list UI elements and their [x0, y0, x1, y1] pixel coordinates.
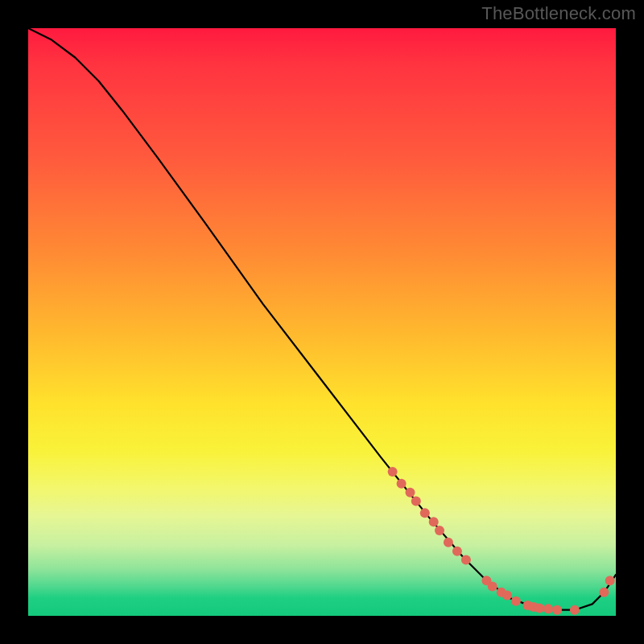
scatter-dot [599, 588, 609, 597]
plot-area [28, 28, 616, 616]
scatter-dot [452, 547, 462, 556]
scatter-dot [444, 538, 453, 547]
scatter-dot [543, 604, 553, 613]
scatter-dot [552, 605, 562, 615]
scatter-dot [605, 576, 615, 585]
chart-frame: TheBottleneck.com [0, 0, 644, 644]
scatter-dot [397, 479, 407, 489]
scatter-dots [388, 467, 615, 615]
scatter-dot [411, 497, 421, 506]
scatter-dot [388, 467, 398, 477]
scatter-dot [420, 508, 430, 518]
scatter-dot [511, 597, 521, 606]
scatter-dot [535, 604, 544, 613]
watermark-text: TheBottleneck.com [481, 3, 636, 24]
chart-svg [28, 28, 616, 616]
scatter-dot [435, 526, 444, 535]
scatter-dot [406, 488, 415, 497]
scatter-dot [488, 582, 497, 592]
scatter-dot [502, 591, 512, 601]
scatter-dot [461, 555, 471, 565]
scatter-dot [570, 605, 580, 615]
scatter-dot [429, 517, 439, 526]
bottleneck-curve [28, 28, 616, 610]
